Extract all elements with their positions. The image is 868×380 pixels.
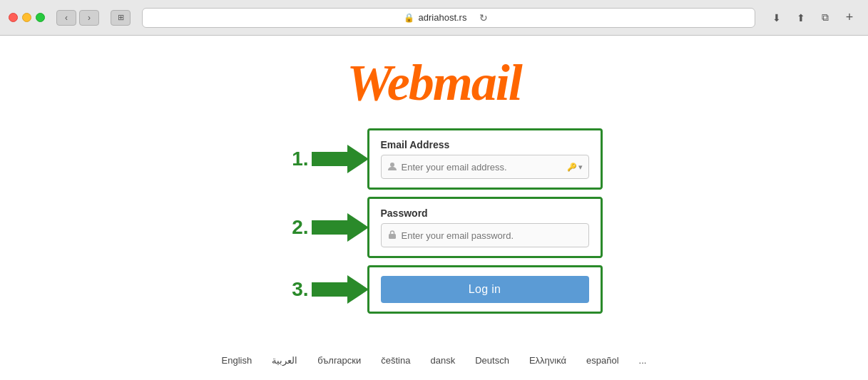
nav-buttons: ‹ › (56, 10, 99, 26)
step-2-arrow (312, 210, 369, 245)
browser-chrome: ‹ › ⊞ 🔒 adriahost.rs ↻ ⬇ ⬆ ⧉ + (0, 0, 868, 36)
step-3: 3. Log in (266, 265, 603, 314)
email-input-wrapper: 🔑 ▾ (381, 155, 589, 179)
traffic-lights (9, 13, 45, 22)
email-input[interactable] (402, 162, 563, 173)
reload-button[interactable]: ↻ (474, 10, 494, 26)
step-3-arrow (312, 272, 369, 307)
password-input-wrapper (381, 223, 589, 247)
step-3-number: 3. (266, 278, 309, 301)
svg-marker-4 (312, 275, 369, 304)
url-text: adriahost.rs (419, 12, 467, 23)
password-lock-icon (387, 230, 397, 242)
password-label: Password (381, 207, 589, 219)
lang-greek[interactable]: Ελληνικά (529, 355, 566, 366)
email-dropdown[interactable]: 🔑 ▾ (567, 163, 583, 172)
download-button[interactable]: ⬇ (767, 10, 787, 26)
svg-marker-2 (312, 213, 369, 242)
step-1-arrow (312, 141, 369, 177)
password-input[interactable] (402, 230, 583, 241)
lang-bulgarian[interactable]: български (317, 355, 361, 366)
forward-button[interactable]: › (79, 10, 99, 26)
login-button[interactable]: Log in (381, 276, 589, 303)
language-bar: English العربية български čeština dansk … (0, 355, 868, 366)
lang-more[interactable]: ... (639, 355, 647, 366)
login-area: 1. Email Address 🔑 ▾ (266, 128, 603, 314)
svg-point-1 (390, 163, 394, 167)
lang-german[interactable]: Deutsch (475, 355, 509, 366)
step-1: 1. Email Address 🔑 ▾ (266, 128, 603, 190)
webmail-logo: Webmail (347, 57, 521, 108)
minimize-button[interactable] (22, 13, 31, 22)
email-label: Email Address (381, 139, 589, 150)
lang-czech[interactable]: čeština (381, 355, 410, 366)
svg-rect-3 (389, 234, 396, 239)
login-form-box: Log in (367, 265, 603, 314)
email-user-icon (387, 161, 397, 173)
duplicate-button[interactable]: ⧉ (815, 10, 835, 26)
browser-actions: ⬇ ⬆ ⧉ + (767, 10, 859, 26)
maximize-button[interactable] (36, 13, 45, 22)
share-button[interactable]: ⬆ (791, 10, 811, 26)
tab-view-button[interactable]: ⊞ (111, 10, 131, 26)
page-content: Webmail 1. Email Address (0, 36, 868, 380)
password-form-box: Password (367, 197, 603, 258)
lock-icon: 🔒 (404, 13, 414, 23)
svg-marker-0 (312, 145, 369, 173)
lang-english[interactable]: English (222, 355, 252, 366)
step-1-number: 1. (266, 148, 309, 170)
email-form-box: Email Address 🔑 ▾ (367, 128, 603, 190)
close-button[interactable] (9, 13, 18, 22)
lang-arabic[interactable]: العربية (272, 355, 297, 366)
step-2: 2. Password (266, 197, 603, 258)
address-bar[interactable]: 🔒 adriahost.rs ↻ (142, 8, 755, 28)
new-tab-button[interactable]: + (839, 10, 859, 26)
lang-spanish[interactable]: español (586, 355, 619, 366)
lang-danish[interactable]: dansk (430, 355, 455, 366)
step-2-number: 2. (266, 216, 309, 239)
back-button[interactable]: ‹ (56, 10, 76, 26)
